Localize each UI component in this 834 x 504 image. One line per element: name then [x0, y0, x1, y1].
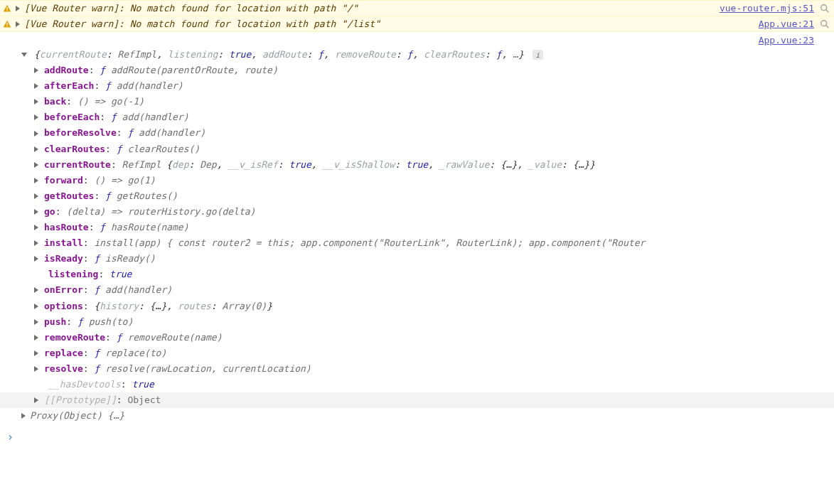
source-link[interactable]: App.vue:21 — [759, 18, 814, 29]
disclosure-right-icon[interactable] — [34, 397, 38, 403]
disclosure-right-icon[interactable] — [21, 413, 26, 419]
object-property-row[interactable]: afterEach: ƒ add(handler) — [34, 78, 831, 94]
disclosure-right-icon[interactable] — [34, 68, 38, 73]
disclosure-right-icon[interactable] — [34, 319, 38, 325]
warning-icon — [3, 4, 11, 13]
property-key: replace — [44, 348, 83, 358]
object-property-row[interactable]: back: () => go(-1) — [34, 94, 831, 109]
disclosure-right-icon[interactable] — [34, 162, 38, 168]
property-value: true — [132, 379, 154, 390]
property-value: Object — [127, 395, 161, 405]
object-property-row[interactable]: onError: ƒ add(handler) — [34, 282, 831, 298]
object-property-row[interactable]: getRoutes: ƒ getRoutes() — [34, 188, 831, 204]
warning-icon — [3, 20, 11, 28]
disclosure-down-icon[interactable] — [21, 53, 27, 57]
property-value: ƒ addRoute(parentOrRoute, route) — [100, 65, 277, 75]
disclosure-right-icon[interactable] — [16, 6, 20, 11]
object-property-row[interactable]: replace: ƒ replace(to) — [34, 345, 831, 361]
property-value: true — [109, 269, 132, 279]
disclosure-right-icon[interactable] — [34, 350, 38, 356]
object-property-row[interactable]: clearRoutes: ƒ clearRoutes() — [34, 141, 831, 157]
object-property-row[interactable]: resolve: ƒ resolve(rawLocation, currentL… — [34, 361, 831, 377]
property-value: ƒ add(handler) — [105, 80, 183, 91]
property-value: ƒ add(handler) — [111, 112, 189, 122]
property-value: install(app) { const router2 = this; app… — [94, 237, 645, 248]
disclosure-right-icon[interactable] — [34, 209, 38, 215]
property-key: onError — [44, 284, 83, 295]
disclosure-right-icon[interactable] — [34, 335, 38, 341]
disclosure-right-icon[interactable] — [34, 146, 38, 152]
object-root[interactable]: {currentRoute: RefImpl, listening: true,… — [21, 47, 831, 63]
console-warning-row[interactable]: [Vue Router warn]: No match found for lo… — [0, 16, 834, 32]
property-key: __hasDevtools — [48, 379, 121, 390]
property-key: [[Prototype]] — [44, 395, 117, 405]
property-value: RefImpl {dep: Dep, __v_isRef: true, __v_… — [122, 159, 595, 170]
object-property-row[interactable]: addRoute: ƒ addRoute(parentOrRoute, rout… — [34, 63, 831, 78]
console-warning-row[interactable]: [Vue Router warn]: No match found for lo… — [0, 0, 834, 16]
object-property-row[interactable]: go: (delta) => routerHistory.go(delta) — [34, 204, 831, 220]
source-link[interactable]: vue-router.mjs:51 — [720, 3, 814, 14]
object-property-row[interactable]: beforeResolve: ƒ add(handler) — [34, 125, 831, 141]
property-value: ƒ clearRoutes() — [117, 144, 200, 154]
object-property-row[interactable]: currentRoute: RefImpl {dep: Dep, __v_isR… — [34, 157, 831, 173]
console-prompt[interactable]: › — [0, 428, 834, 446]
object-property-row[interactable]: isReady: ƒ isReady() — [34, 251, 831, 267]
property-value: ƒ resolve(rawLocation, currentLocation) — [94, 363, 311, 374]
property-key: currentRoute — [44, 159, 111, 170]
property-key: removeRoute — [44, 332, 105, 343]
disclosure-right-icon[interactable] — [34, 131, 38, 136]
proxy-object-row[interactable]: Proxy(Object) {…} — [21, 408, 831, 424]
object-property-row[interactable]: install: install(app) { const router2 = … — [34, 235, 831, 251]
disclosure-right-icon[interactable] — [34, 178, 38, 183]
svg-rect-4 — [6, 22, 7, 25]
property-key: resolve — [44, 363, 83, 374]
property-key: options — [44, 301, 83, 311]
property-value: ƒ add(handler) — [127, 127, 205, 138]
property-value: ƒ replace(to) — [94, 348, 166, 358]
property-value: () => go(1) — [94, 175, 155, 186]
property-key: beforeEach — [44, 112, 100, 122]
svg-line-7 — [826, 25, 829, 28]
property-value: () => go(-1) — [77, 96, 144, 107]
object-property-row[interactable]: options: {history: {…}, routes: Array(0)… — [34, 299, 831, 314]
svg-point-6 — [821, 20, 827, 26]
svg-rect-0 — [6, 6, 7, 9]
warning-message: [Vue Router warn]: No match found for lo… — [24, 18, 753, 29]
object-property-row[interactable]: __hasDevtools: true — [34, 377, 831, 392]
disclosure-right-icon[interactable] — [34, 287, 38, 293]
svg-rect-1 — [6, 10, 7, 11]
disclosure-right-icon[interactable] — [34, 366, 38, 372]
disclosure-right-icon[interactable] — [34, 304, 38, 309]
disclosure-right-icon[interactable] — [16, 21, 20, 27]
property-key: clearRoutes — [44, 144, 105, 154]
source-link[interactable]: App.vue:23 — [759, 35, 814, 45]
property-value: ƒ removeRoute(name) — [117, 332, 223, 343]
property-key: push — [44, 316, 66, 327]
search-icon[interactable] — [820, 19, 830, 29]
property-value: (delta) => routerHistory.go(delta) — [66, 206, 255, 217]
disclosure-right-icon[interactable] — [34, 114, 38, 120]
disclosure-right-icon[interactable] — [34, 193, 38, 199]
object-property-row[interactable]: forward: () => go(1) — [34, 173, 831, 188]
object-property-row[interactable]: hasRoute: ƒ hasRoute(name) — [34, 220, 831, 235]
object-property-row[interactable]: push: ƒ push(to) — [34, 314, 831, 330]
property-key: listening — [48, 269, 98, 279]
disclosure-right-icon[interactable] — [34, 83, 38, 89]
property-key: hasRoute — [44, 222, 89, 232]
info-icon[interactable]: i — [533, 50, 543, 60]
disclosure-right-icon[interactable] — [34, 256, 38, 262]
object-property-row[interactable]: [[Prototype]]: Object — [0, 392, 834, 408]
disclosure-right-icon[interactable] — [34, 240, 38, 246]
disclosure-right-icon[interactable] — [34, 99, 38, 104]
property-key: beforeResolve — [44, 127, 117, 138]
object-summary: {currentRoute: RefImpl, listening: true,… — [34, 47, 524, 63]
object-property-row[interactable]: removeRoute: ƒ removeRoute(name) — [34, 330, 831, 345]
property-value: ƒ getRoutes() — [105, 191, 178, 201]
disclosure-right-icon[interactable] — [34, 225, 38, 230]
object-property-row[interactable]: beforeEach: ƒ add(handler) — [34, 109, 831, 125]
svg-line-3 — [826, 9, 829, 12]
property-value: ƒ hasRoute(name) — [100, 222, 188, 232]
search-icon[interactable] — [820, 4, 830, 14]
property-key: addRoute — [44, 65, 89, 75]
object-property-row[interactable]: listening: true — [34, 267, 831, 282]
